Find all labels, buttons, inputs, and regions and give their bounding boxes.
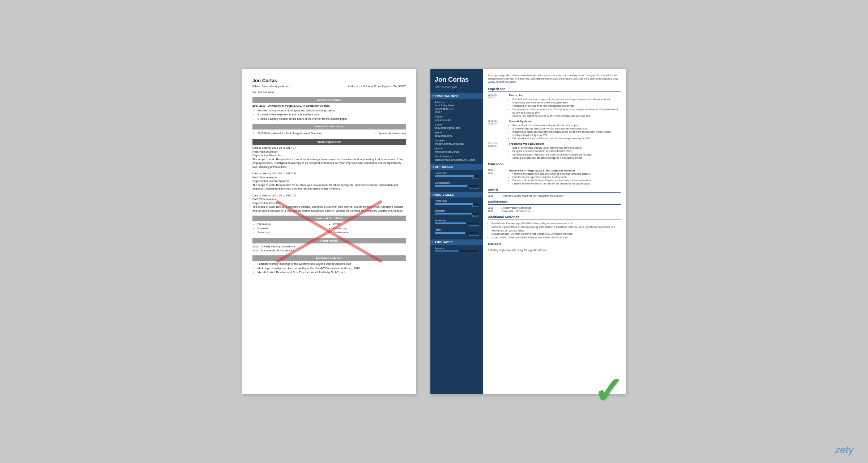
j2b4: Decreased lead times by 30% and reduced …: [512, 137, 621, 140]
skill-1: Photoshop: [258, 222, 330, 226]
phone-label: Phone: [435, 115, 478, 118]
job-entry-3: 2010-06 - 2011-05 Freelance Web Develope…: [488, 142, 621, 159]
leadership-bar-bg: [435, 175, 478, 177]
academic-content: 2007-2010 - University of Virginia, M.S.…: [252, 104, 406, 121]
linkedin-value: linkedin.com/in/JonCortas: [435, 142, 478, 145]
act2: Delivered a presentation on cloud comput…: [492, 225, 621, 233]
j2b1: Responsible for full stack web developme…: [512, 124, 621, 127]
twitter-value: twitter.com/JonCortas: [435, 150, 478, 153]
summary: Eye-poppingly prolific, full stack web d…: [488, 74, 621, 84]
job2-org: Organization: Corend Systems: [252, 179, 406, 183]
activities-list: Facilitate monthly meetings of the Webfi…: [488, 222, 621, 239]
lang-spanish: Spanish: [435, 247, 478, 252]
activities-section-header: Additonal activities: [252, 255, 406, 261]
job3-company: Freelance Web Developer: [509, 142, 621, 145]
interests-title: Interests: [488, 242, 621, 247]
collaboration-bar-bg: [435, 185, 478, 187]
j3b3: Developed a launch website for the Indie…: [512, 153, 621, 156]
skill-3: Javascript: [258, 231, 330, 235]
job2-bullets: Responsible for full stack web developme…: [509, 124, 621, 140]
conferences-title: Conferences: [488, 200, 621, 205]
eb3: Pursued a Generalist Scholars Program gr…: [512, 179, 621, 182]
job3-scope: The scope of work: Built an ecommerce we…: [252, 205, 406, 213]
leadership-bar-fill: [435, 175, 474, 177]
stackoverflow-value: stackoverflow.com/users/Jon-Cortas: [435, 158, 478, 161]
skill-6: Collaboration: [333, 231, 406, 235]
email-label: E-mail: [435, 123, 478, 126]
academic-bullet-1: Followed my passion of prototyping and c…: [258, 109, 406, 113]
skill-illustrator: Illustrator Expert: [435, 209, 478, 217]
left-email: E-Mail: Johncortas@gmail.com: [252, 85, 290, 89]
work-entry-3: Date of Joining: 2010-06 to 2011-05 Post…: [252, 194, 406, 213]
skill-html: HTML Advanced: [435, 229, 478, 237]
soft-skills-title: Soft Skills: [430, 164, 483, 170]
right-title: Web Developer: [435, 85, 478, 89]
award1: 2015 Webby Award for Best Navigation and…: [258, 132, 322, 136]
skill-collaboration: Collaboration Advanced: [435, 182, 478, 189]
left-contact: E-Mail: Johncortas@gmail.com Address: 14…: [252, 85, 406, 89]
act3: Regular attendee, Southern California We…: [492, 232, 621, 236]
academic-bullet-2: Excelled in user experience and user int…: [258, 113, 406, 117]
act3: My article Web Development Best Practice…: [258, 271, 406, 275]
act1: Facilitate monthly meetings of the Webfi…: [492, 222, 621, 225]
resume-bad: Jon Cortas E-Mail: Johncortas@gmail.com …: [242, 69, 416, 394]
job1-org: Organization: Flexor, Inc.: [252, 154, 406, 158]
j2b2: Increased customer satisfaction by 35% a…: [512, 127, 621, 130]
academic-bullets: Followed my passion of prototyping and c…: [252, 109, 406, 121]
conferences-section-header: Conferences: [252, 238, 406, 243]
awards-section-header: Awards & Languages: [252, 124, 406, 129]
hard-skills-title: Hard Skills: [430, 192, 483, 197]
collaboration-bar-fill: [435, 185, 468, 187]
languages-title: Languages: [430, 239, 483, 245]
resume-good: Jon Cortas Web Developer Personal Info A…: [430, 69, 626, 394]
phone-value: 310-242-0196: [435, 118, 478, 122]
job1-scope: The scope of work: Responsible for end-t…: [252, 158, 406, 169]
www-value: JonCortas.com: [435, 134, 478, 137]
job3-bullets: Built an ecommerce webapp to sell potty …: [509, 146, 621, 159]
stackoverflow-label: StackOverflow: [435, 155, 478, 158]
email-value: JonCortas@gmail.com: [435, 126, 478, 129]
left-tel: Tel: 310-242-0196: [252, 91, 406, 95]
right-name: Jon Cortas: [435, 76, 478, 84]
skill-5: Leadership: [333, 227, 406, 231]
act4: My article Web Development Best Practice…: [492, 236, 621, 239]
conf1: 2016 - O'Reilly Velocity Conference: [252, 245, 406, 249]
job1-bullets: Full stack web developer responsible for…: [509, 98, 621, 118]
skills-content: Photoshop Illustrator Javascript HTML Le…: [252, 222, 406, 235]
www-label: WWW: [435, 131, 478, 134]
work-entry-1: Date of Joining: 2013-06 to 2017-07 Post…: [252, 146, 406, 169]
award-entry-1: 2015 Received a Webby Award for Best Nav…: [488, 195, 621, 197]
j3b4: Created a website and donations webapp f…: [512, 156, 621, 160]
zety-brand: zety: [835, 444, 854, 456]
eb4: Created a weekly column on the future of…: [512, 182, 621, 185]
skill-4: HTML: [333, 222, 406, 226]
edu-bullets: Followed my passion in a core of prototy…: [509, 172, 621, 185]
academic-item1: 2007-2010 - University of Virginia, M.S.…: [252, 104, 406, 108]
skill-javascript: Javascript Advanced: [435, 219, 478, 227]
personal-info-title: Personal Info: [430, 93, 483, 99]
page-container: Jon Cortas E-Mail: Johncortas@gmail.com …: [0, 0, 868, 463]
academic-section-header: Academic Details: [252, 97, 406, 103]
j1b3: Drove best practice implementation for 2…: [512, 108, 621, 114]
j2b3: Implemented Agile/Lean development proce…: [512, 130, 621, 137]
awards-content: 2015 Webby Award for Best Navigation and…: [252, 131, 406, 137]
sidebar: Jon Cortas Web Developer Personal Info A…: [430, 69, 483, 394]
activities-title: Additional Activities: [488, 215, 621, 220]
job1-date: 2013-06 -: [488, 94, 506, 96]
job2-company: Corend Systems: [509, 120, 621, 123]
skill-photoshop: Photoshop Expert: [435, 200, 478, 207]
act1: Facilitate monthly meetings of the Webfi…: [258, 262, 406, 266]
job2-date: Date of Joining: 2011-05 to 2013-06: [252, 172, 406, 176]
j1b4: Boosted user experience scores by 55% ov…: [512, 114, 621, 118]
j1b1: Full stack web developer responsible for…: [512, 98, 621, 104]
work-entry-2: Date of Joining: 2011-05 to 2013-06 Post…: [252, 172, 406, 191]
job1-company: Flexor, Inc.: [509, 94, 621, 97]
interests-text: Collecting Vinyls, Mountain biking, Play…: [488, 249, 621, 251]
edu-entry-1: 2007 - 2010 University of Virginia, M.S.…: [488, 169, 621, 185]
job3-post: Post: Web developer: [252, 197, 406, 201]
skill-2: Illustrator: [258, 227, 330, 231]
job2-post: Post: Web developer: [252, 176, 406, 180]
eb1: Followed my passion in a core of prototy…: [512, 172, 621, 175]
skill-leadership: Leadership Expert: [435, 172, 478, 179]
linkedin-label: LinkedIn: [435, 139, 478, 142]
